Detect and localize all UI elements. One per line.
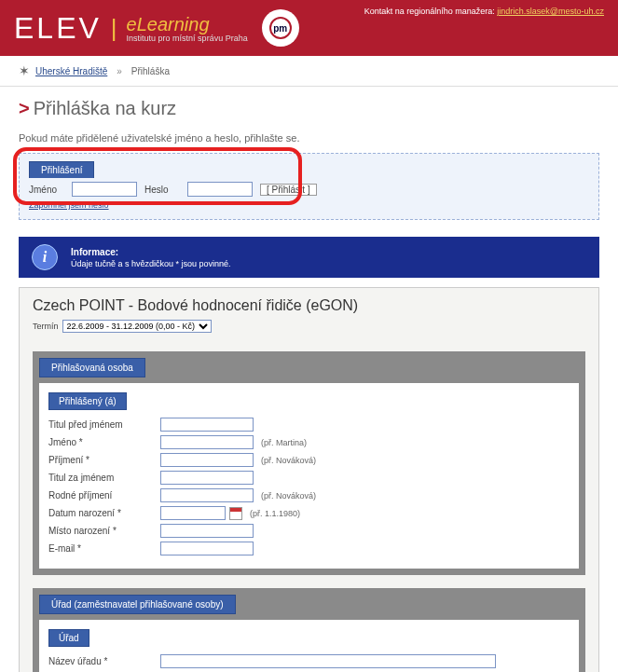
breadcrumb-current: Přihláška xyxy=(131,66,170,76)
breadcrumb-link[interactable]: Uherské Hradiště xyxy=(35,66,107,76)
row-person-email: E-mail * xyxy=(48,542,570,555)
logo-text: ELEV xyxy=(14,11,102,46)
input-maiden[interactable] xyxy=(160,488,254,502)
page-title: >Přihláška na kurz xyxy=(0,92,618,129)
person-subtab: Přihlášený (á) xyxy=(48,392,127,410)
person-section-tab: Přihlašovaná osoba xyxy=(39,358,145,377)
row-surname: Příjmení * (př. Nováková) xyxy=(48,453,570,467)
password-label: Heslo xyxy=(144,185,180,195)
input-firstname[interactable] xyxy=(160,435,254,449)
row-birthplace: Místo narození * xyxy=(48,524,570,538)
input-person-email[interactable] xyxy=(160,542,254,555)
input-office-name[interactable] xyxy=(160,654,496,668)
login-tab: Přihlášení xyxy=(29,161,94,178)
input-title-before[interactable] xyxy=(160,418,254,432)
instruction-text: Pokud máte přidělené uživatelské jméno a… xyxy=(0,129,618,153)
label-title-after: Titul za jménem xyxy=(48,473,160,483)
person-section-body: Přihlášený (á) Titul před jménem Jméno *… xyxy=(39,383,579,569)
label-person-email: E-mail * xyxy=(48,543,160,554)
input-title-after[interactable] xyxy=(160,471,254,485)
hint-birthdate: (př. 1.1.1980) xyxy=(250,509,300,518)
row-title-after: Titul za jménem xyxy=(48,471,570,485)
person-section: Přihlašovaná osoba Přihlášený (á) Titul … xyxy=(33,351,585,575)
label-office-name: Název úřadu * xyxy=(48,656,160,666)
input-birthplace[interactable] xyxy=(160,524,254,538)
brand-text: eLearning xyxy=(127,14,210,34)
row-firstname: Jméno * (př. Martina) xyxy=(48,435,570,449)
hint-surname: (př. Nováková) xyxy=(261,456,316,465)
office-section-tab: Úřad (zaměstnavatel přihlašované osoby) xyxy=(39,595,236,614)
info-text: Informace: Údaje tučně a s hvězdičkou * … xyxy=(71,247,231,268)
label-maiden: Rodné příjmení xyxy=(48,490,160,501)
login-area: Přihlášení Jméno Heslo [ Přihlásit ] Zap… xyxy=(19,153,599,220)
row-birthdate: Datum narození * (př. 1.1.1980) xyxy=(48,506,570,520)
title-arrow-icon: > xyxy=(19,98,30,118)
label-title-before: Titul před jménem xyxy=(48,419,160,430)
breadcrumb: ✶ Uherské Hradiště » Přihláška xyxy=(0,56,618,87)
row-maiden: Rodné příjmení (př. Nováková) xyxy=(48,488,570,502)
course-title: Czech POINT - Bodové hodnocení řidiče (e… xyxy=(20,288,598,320)
hint-firstname: (př. Martina) xyxy=(261,438,307,447)
info-bar: i Informace: Údaje tučně a s hvězdičkou … xyxy=(19,237,599,278)
info-icon: i xyxy=(32,244,58,270)
office-section: Úřad (zaměstnavatel přihlašované osoby) … xyxy=(33,588,585,672)
hint-maiden: (př. Nováková) xyxy=(261,491,316,501)
contact-email-link[interactable]: jindrich.slasek@mesto-uh.cz xyxy=(497,7,604,16)
info-body: Údaje tučně a s hvězdičkou * jsou povinn… xyxy=(71,259,231,268)
label-firstname: Jméno * xyxy=(48,437,160,447)
contact-label: Kontakt na regionálního manažera: xyxy=(364,7,495,16)
label-surname: Příjmení * xyxy=(48,455,160,465)
input-surname[interactable] xyxy=(160,453,254,467)
term-label: Termín xyxy=(33,322,59,331)
input-birthdate[interactable] xyxy=(160,506,226,520)
login-box: Přihlášení Jméno Heslo [ Přihlásit ] Zap… xyxy=(19,153,599,220)
app-header: ELEV | eLearning Institutu pro místní sp… xyxy=(0,0,618,56)
login-button[interactable]: [ Přihlásit ] xyxy=(260,184,317,196)
login-row: Jméno Heslo [ Přihlásit ] xyxy=(29,182,589,197)
logo-separator: | xyxy=(111,14,117,43)
brand-block: eLearning Institutu pro místní správu Pr… xyxy=(127,14,248,43)
institute-badge-icon: pm xyxy=(262,9,299,47)
office-subtab: Úřad xyxy=(48,629,89,647)
office-section-body: Úřad Název úřadu * IČ * DIČ Ulice a čísl… xyxy=(39,620,579,672)
info-title: Informace: xyxy=(71,247,231,257)
username-label: Jméno xyxy=(29,185,64,195)
calendar-icon[interactable] xyxy=(229,507,242,520)
breadcrumb-star-icon: ✶ xyxy=(19,63,30,78)
contact-block: Kontakt na regionálního manažera: jindri… xyxy=(364,6,604,18)
label-birthdate: Datum narození * xyxy=(48,508,160,518)
label-birthplace: Místo narození * xyxy=(48,526,160,536)
term-select[interactable]: 22.6.2009 - 31.12.2009 (0,00 - Kč) xyxy=(62,320,212,333)
row-office-name: Název úřadu * xyxy=(48,654,570,668)
breadcrumb-separator: » xyxy=(117,66,122,76)
course-box: Czech POINT - Bodové hodnocení řidiče (e… xyxy=(19,287,599,672)
brand-subtitle: Institutu pro místní správu Praha xyxy=(127,34,248,43)
password-input[interactable] xyxy=(187,182,253,197)
username-input[interactable] xyxy=(72,182,137,197)
course-term-row: Termín 22.6.2009 - 31.12.2009 (0,00 - Kč… xyxy=(20,320,598,342)
row-title-before: Titul před jménem xyxy=(48,418,570,432)
forgot-password-link[interactable]: Zapomněl jsem heslo xyxy=(29,200,589,210)
